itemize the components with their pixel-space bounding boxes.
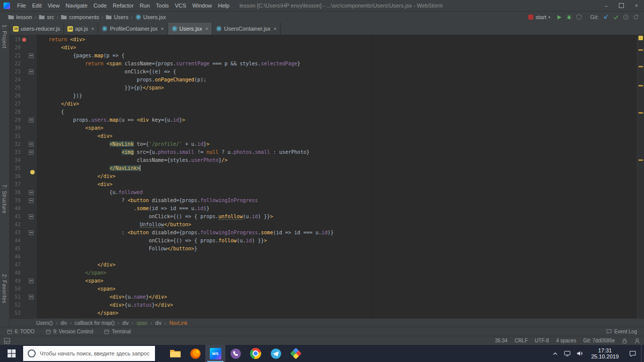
breadcrumb-item[interactable]: lesson bbox=[7, 14, 33, 20]
fold-icon[interactable] bbox=[29, 53, 34, 58]
code-line-41[interactable]: onClick={() => { props.unfollow(u.id) }}… bbox=[37, 213, 637, 221]
git-commit-button[interactable] bbox=[613, 14, 619, 20]
warning-stripe-mark[interactable] bbox=[638, 159, 643, 161]
editor-tab[interactable]: UsersContainer.jsx× bbox=[212, 23, 281, 35]
breadcrumb-item[interactable]: div bbox=[59, 320, 68, 326]
breadcrumb-item[interactable]: callback for map() bbox=[73, 320, 116, 326]
git-branch[interactable]: Git: 7dd0586e bbox=[583, 338, 615, 343]
menu-file[interactable]: File bbox=[14, 0, 29, 11]
close-icon[interactable]: × bbox=[91, 26, 94, 32]
show-desktop-button[interactable] bbox=[641, 345, 644, 362]
code-line-48[interactable]: </span> bbox=[37, 269, 637, 277]
code-line-20[interactable]: <div> bbox=[37, 44, 637, 52]
indent-style[interactable]: 4 spaces bbox=[556, 338, 576, 343]
code-line-27[interactable]: </div> bbox=[37, 100, 637, 108]
run-config-selector[interactable]: start ▾ bbox=[526, 14, 552, 21]
taskbar-app-telegram[interactable] bbox=[266, 345, 286, 362]
code-line-21[interactable]: {pages.map(p => { bbox=[37, 52, 637, 60]
breadcrumb-item[interactable]: div bbox=[121, 320, 130, 326]
code-line-33[interactable]: <img src={u.photos.small != null ? u.pho… bbox=[37, 148, 637, 156]
warning-stripe-mark[interactable] bbox=[638, 49, 643, 51]
editor-tab[interactable]: ProfileContainer.jsx× bbox=[98, 23, 168, 35]
taskbar-app-webstorm[interactable]: WS bbox=[205, 345, 225, 362]
intention-bulb-icon[interactable] bbox=[30, 170, 35, 174]
tool-button-project[interactable]: 1: Project bbox=[2, 25, 7, 48]
code-line-35[interactable]: </NavLink> bbox=[37, 164, 637, 172]
caret-position[interactable]: 35:34 bbox=[495, 338, 508, 343]
code-line-44[interactable]: onClick={() => { props.follow(u.id) }}> bbox=[37, 237, 637, 245]
code-line-47[interactable]: </div> bbox=[37, 261, 637, 269]
fold-icon[interactable] bbox=[29, 230, 34, 235]
code-line-34[interactable]: className={styles.userPhoto}/> bbox=[37, 156, 637, 164]
error-stripe[interactable] bbox=[637, 35, 644, 318]
maximize-button[interactable] bbox=[614, 0, 629, 11]
editor-tab[interactable]: Users.jsx× bbox=[168, 23, 213, 35]
git-update-button[interactable] bbox=[603, 14, 609, 20]
fold-icon[interactable] bbox=[29, 69, 34, 74]
close-button[interactable]: × bbox=[629, 0, 644, 11]
tool-window-button[interactable]: Terminal bbox=[104, 329, 131, 334]
menu-navigate[interactable]: Navigate bbox=[62, 0, 90, 11]
warning-stripe-mark[interactable] bbox=[638, 66, 643, 67]
breadcrumb-item[interactable]: NavLink bbox=[168, 320, 189, 326]
taskbar-app-photos[interactable] bbox=[286, 345, 306, 362]
fold-icon[interactable] bbox=[29, 198, 34, 203]
breadcrumb-item[interactable]: span bbox=[135, 320, 149, 326]
tool-window-toggle-icon[interactable] bbox=[4, 338, 10, 344]
menu-window[interactable]: Window bbox=[189, 0, 215, 11]
code-line-29[interactable]: props.users.map(u => <div key={u.id}> bbox=[37, 116, 637, 124]
rollback-button[interactable] bbox=[633, 14, 639, 20]
menu-tools[interactable]: Tools bbox=[153, 0, 172, 11]
code-line-28[interactable]: { bbox=[37, 108, 637, 116]
fold-icon[interactable] bbox=[29, 190, 34, 195]
inspections-indicator-icon[interactable] bbox=[638, 36, 643, 40]
tool-window-button[interactable]: 9: Version Control bbox=[46, 329, 94, 334]
code-line-26[interactable]: })} bbox=[37, 92, 637, 100]
lock-icon[interactable] bbox=[622, 338, 627, 344]
fold-icon[interactable] bbox=[29, 118, 34, 123]
fold-icon[interactable] bbox=[29, 142, 34, 147]
menu-refactor[interactable]: Refactor bbox=[110, 0, 137, 11]
minimize-button[interactable]: – bbox=[599, 0, 614, 11]
breadcrumb-item[interactable]: src bbox=[38, 14, 55, 20]
code-line-40[interactable]: .some(id => id === u.id)} bbox=[37, 205, 637, 213]
warning-stripe-mark[interactable] bbox=[638, 85, 643, 86]
close-icon[interactable]: × bbox=[160, 26, 164, 32]
code-line-49[interactable]: <span> bbox=[37, 277, 637, 285]
code-line-42[interactable]: Unfollow</button> bbox=[37, 221, 637, 229]
code-line-45[interactable]: Follow</button>} bbox=[37, 245, 637, 253]
code-line-52[interactable]: <div>{u.status}</div> bbox=[37, 301, 637, 309]
tool-window-button[interactable]: 6: TODO bbox=[7, 329, 35, 334]
inspections-profile-icon[interactable] bbox=[634, 338, 640, 344]
fold-icon[interactable] bbox=[29, 214, 34, 219]
taskbar-app-file-explorer[interactable] bbox=[165, 345, 185, 362]
warning-stripe-mark[interactable] bbox=[638, 112, 643, 114]
tool-button-favorites[interactable]: 2: Favorites bbox=[2, 274, 7, 303]
code-line-25[interactable]: }}>{p}</span> bbox=[37, 84, 637, 92]
code-line-32[interactable]: <NavLink to={'/profile/' + u.id}> bbox=[37, 140, 637, 148]
action-center-button[interactable] bbox=[624, 345, 641, 362]
code-line-39[interactable]: ? <button disabled={props.followingInPro… bbox=[37, 197, 637, 205]
code-line-36[interactable]: </div> bbox=[37, 172, 637, 180]
coverage-button[interactable] bbox=[576, 14, 582, 20]
fold-icon[interactable] bbox=[29, 150, 34, 155]
close-icon[interactable]: × bbox=[274, 26, 277, 32]
breadcrumb-item[interactable]: div bbox=[153, 320, 163, 326]
menu-run[interactable]: Run bbox=[137, 0, 153, 11]
encoding[interactable]: UTF-8 bbox=[535, 338, 549, 343]
close-icon[interactable]: × bbox=[205, 26, 208, 32]
code-line-22[interactable]: return <span className={props.currentPag… bbox=[37, 60, 637, 68]
taskbar-search[interactable]: Чтобы начать поиск, введите здесь запрос bbox=[23, 346, 155, 361]
breakpoint-icon[interactable] bbox=[22, 38, 26, 42]
menu-code[interactable]: Code bbox=[91, 0, 110, 11]
code-line-50[interactable]: <span> bbox=[37, 285, 637, 293]
taskbar-app-firefox[interactable] bbox=[185, 345, 205, 362]
start-button[interactable] bbox=[0, 345, 23, 362]
code-line-53[interactable]: </span> bbox=[37, 309, 637, 317]
code-line-31[interactable]: <div> bbox=[37, 132, 637, 140]
run-button[interactable] bbox=[556, 15, 562, 20]
tray-expand-icon[interactable] bbox=[549, 351, 561, 356]
menu-edit[interactable]: Edit bbox=[29, 0, 45, 11]
code-line-38[interactable]: {u.followed bbox=[37, 189, 637, 197]
menu-view[interactable]: View bbox=[45, 0, 63, 11]
